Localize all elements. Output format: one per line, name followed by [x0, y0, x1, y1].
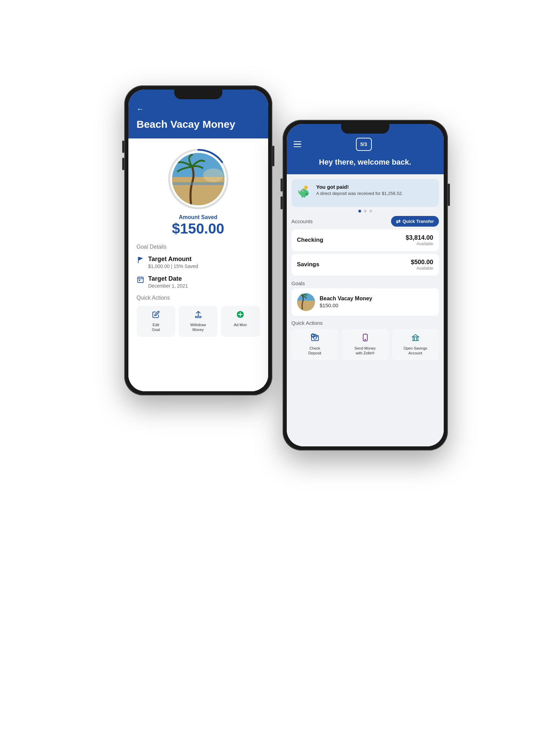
svg-rect-23	[302, 196, 303, 197]
bank-logo: 5/3	[356, 138, 372, 151]
logo-box: 5/3	[356, 138, 372, 151]
goal-details-title: Goal Details	[137, 244, 260, 250]
power-button-2	[448, 184, 450, 206]
edit-goal-label: EditGoal	[152, 322, 160, 332]
notch-1	[174, 90, 222, 99]
goal-thumbnail	[297, 293, 315, 311]
savings-balance: $500.00 Available	[411, 259, 433, 271]
savings-available: Available	[411, 266, 433, 271]
svg-point-32	[317, 336, 317, 337]
amount-saved-label: Amount Saved	[137, 214, 260, 220]
carousel-dots	[287, 210, 444, 213]
svg-text:$: $	[305, 186, 306, 189]
svg-rect-29	[297, 300, 315, 311]
withdraw-money-label: WithdrawMoney	[190, 322, 206, 332]
target-date-item: Target Date December 1, 2021	[137, 275, 260, 289]
quick-actions-2-row: CheckDeposit Send Moneywith Zelle®	[287, 329, 444, 361]
checking-balance: $3,814.00 Available	[406, 234, 433, 246]
accounts-label: Accounts	[292, 218, 313, 224]
quick-transfer-label: Quick Transfer	[402, 219, 434, 224]
edit-icon	[152, 311, 160, 320]
notification-text: You got paid! A direct deposit was recei…	[316, 184, 403, 197]
svg-rect-7	[137, 277, 143, 282]
screen-1: ← Beach Vacay Money	[128, 90, 268, 391]
dot-2[interactable]	[364, 210, 367, 213]
savings-name: Savings	[297, 261, 319, 268]
welcome-message: Hey there, welcome back.	[287, 158, 444, 174]
screen-1-title: Beach Vacay Money	[137, 118, 235, 130]
goal-info: Beach Vacay Money $150.00	[320, 296, 372, 308]
send-money-zelle-button[interactable]: Send Moneywith Zelle®	[342, 329, 389, 361]
checking-account-card[interactable]: Checking $3,814.00 Available	[292, 229, 439, 251]
checking-available: Available	[406, 241, 433, 246]
bank-building-icon	[411, 333, 420, 344]
goal-amount: $150.00	[320, 302, 372, 308]
paid-notification-icon: $	[297, 184, 312, 199]
withdraw-icon	[194, 311, 202, 320]
svg-rect-12	[195, 316, 201, 318]
notch-2	[341, 124, 389, 134]
vol-down-button-2	[281, 196, 283, 209]
target-amount-item: Target Amount $1,000.00 | 15% Saved	[137, 256, 260, 269]
vol-up-button-1	[122, 141, 124, 153]
savings-amount: $500.00	[411, 259, 433, 266]
open-savings-button[interactable]: Open SavingsAccount	[392, 329, 439, 361]
vol-up-button-2	[281, 178, 283, 191]
svg-point-20	[303, 191, 303, 191]
goal-image-container	[137, 148, 260, 210]
quick-transfer-button[interactable]: ⇄ Quick Transfer	[391, 216, 439, 227]
svg-rect-25	[303, 189, 305, 189]
camera-icon	[311, 333, 319, 344]
svg-point-16	[305, 193, 308, 195]
svg-rect-11	[139, 280, 140, 281]
quick-actions-1-title: Quick Actions	[137, 295, 260, 301]
target-date-text: Target Date December 1, 2021	[148, 275, 188, 289]
goal-name: Beach Vacay Money	[320, 296, 372, 302]
phone-2: 5/3 Hey there, welcome back.	[283, 120, 448, 451]
notification-description: A direct deposit was received for $1,256…	[316, 190, 403, 197]
piggy-bank-icon: $	[297, 184, 312, 202]
phone-1: ← Beach Vacay Money	[124, 85, 272, 395]
screen-2-body: $ You got paid! A direct deposit was rec…	[287, 174, 444, 446]
hamburger-menu[interactable]	[294, 141, 301, 147]
svg-rect-5	[172, 182, 224, 185]
dot-3[interactable]	[369, 210, 372, 213]
send-money-zelle-label: Send Moneywith Zelle®	[355, 346, 376, 356]
svg-point-35	[365, 339, 366, 340]
svg-rect-24	[304, 196, 305, 197]
screen-1-body: Amount Saved $150.00 Goal Details Targe	[128, 138, 268, 391]
open-savings-label: Open SavingsAccount	[403, 346, 427, 356]
withdraw-money-button[interactable]: WithdrawMoney	[179, 306, 218, 337]
add-icon	[236, 311, 244, 320]
beach-image	[172, 153, 224, 205]
accounts-header: Accounts ⇄ Quick Transfer	[287, 216, 444, 227]
goals-label: Goals	[287, 278, 444, 288]
amount-saved-value: $150.00	[137, 220, 260, 237]
savings-account-card[interactable]: Savings $500.00 Available	[292, 254, 439, 276]
dot-1[interactable]	[358, 210, 361, 213]
transfer-icon: ⇄	[396, 218, 400, 225]
edit-goal-button[interactable]: EditGoal	[137, 306, 176, 337]
checking-amount: $3,814.00	[406, 234, 433, 241]
power-button-1	[272, 146, 274, 166]
add-money-label: Ad Mon	[234, 322, 247, 327]
back-arrow-icon[interactable]: ←	[137, 105, 260, 114]
quick-actions-1-row: EditGoal WithdrawMoney	[137, 306, 260, 337]
target-amount-text: Target Amount $1,000.00 | 15% Saved	[148, 256, 198, 269]
svg-point-18	[306, 193, 307, 194]
add-money-button[interactable]: Ad Mon	[221, 306, 260, 337]
phone-icon	[361, 333, 369, 344]
vol-down-button-1	[122, 158, 124, 170]
check-deposit-button[interactable]: CheckDeposit	[292, 329, 338, 361]
quick-actions-2-title: Quick Actions	[287, 319, 444, 329]
checking-name: Checking	[297, 237, 324, 244]
notification-title: You got paid!	[316, 184, 403, 190]
screen-2: 5/3 Hey there, welcome back.	[287, 124, 444, 446]
calendar-icon	[137, 276, 144, 286]
svg-rect-6	[138, 257, 138, 263]
svg-point-17	[306, 193, 306, 194]
check-deposit-label: CheckDeposit	[308, 346, 321, 356]
goal-card[interactable]: Beach Vacay Money $150.00	[292, 288, 439, 316]
notification-card[interactable]: $ You got paid! A direct deposit was rec…	[292, 179, 439, 207]
svg-point-4	[203, 168, 224, 182]
